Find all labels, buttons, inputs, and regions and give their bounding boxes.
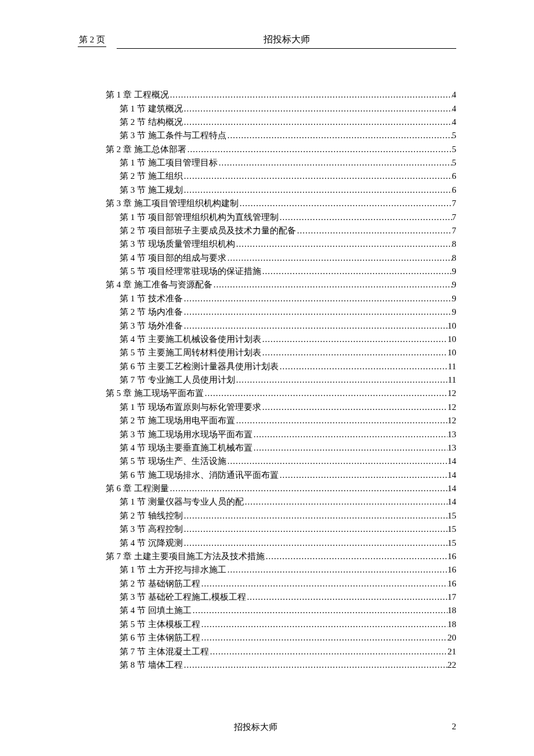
toc-dots [183, 661, 448, 669]
toc-dots [261, 267, 452, 276]
toc-entry-page: 9 [452, 294, 457, 303]
document-page: 第 2 页 招投标大师 第 1 章 工程概况4第 1 节 建筑概况4第 2 节 … [0, 0, 534, 756]
toc-entry-label: 第 4 节 沉降观测 [120, 539, 183, 548]
toc-dots [226, 566, 448, 574]
toc-entry-label: 第 8 节 墙体工程 [120, 661, 183, 669]
toc-entry: 第 5 章 施工现场平面布置12 [78, 387, 456, 400]
toc-entry: 第 3 节 场外准备10 [78, 319, 456, 332]
toc-entry: 第 1 节 测量仪器与专业人员的配14 [78, 495, 456, 509]
toc-dots [183, 539, 448, 548]
page-footer: 招投标大师 2 [78, 722, 456, 733]
toc-entry-label: 第 3 节 施工规划 [120, 186, 183, 195]
toc-dots [183, 308, 452, 316]
toc-entry-label: 第 1 节 施工项目管理目标 [120, 159, 218, 167]
toc-dots [252, 444, 448, 452]
toc-entry: 第 1 节 项目部管理组织机构为直线管理制7 [78, 210, 456, 224]
toc-entry-page: 12 [448, 403, 456, 412]
toc-entry: 第 3 节 施工现场用水现场平面布置13 [78, 427, 456, 441]
toc-dots [169, 91, 452, 99]
toc-entry-label: 第 2 节 轴线控制 [120, 512, 183, 520]
toc-entry-page: 4 [452, 118, 457, 127]
toc-dots [200, 633, 448, 642]
toc-dots [183, 105, 452, 113]
toc-entry-label: 第 3 节 高程控制 [120, 525, 183, 534]
toc-entry-label: 第 4 节 现场主要垂直施工机械布置 [120, 444, 252, 452]
toc-entry-page: 6 [452, 186, 457, 195]
toc-entry-page: 18 [448, 620, 456, 629]
toc-entry: 第 4 节 主要施工机械设备使用计划表10 [78, 333, 456, 346]
toc-entry: 第 2 节 轴线控制15 [78, 509, 456, 523]
toc-dots [226, 131, 452, 140]
toc-entry: 第 5 节 现场生产、生活设施14 [78, 455, 456, 468]
toc-entry: 第 1 章 工程概况4 [78, 88, 456, 102]
toc-dots [239, 199, 452, 208]
toc-entry: 第 4 节 回填土施工18 [78, 604, 456, 617]
toc-entry-page: 7 [452, 213, 457, 222]
toc-entry: 第 2 节 场内准备9 [78, 305, 456, 319]
toc-entry-page: 13 [448, 444, 456, 452]
toc-entry-label: 第 6 节 主体钢筋工程 [120, 633, 200, 642]
toc-dots [279, 362, 448, 371]
toc-entry-label: 第 2 章 施工总体部署 [106, 145, 186, 154]
toc-dots [186, 145, 452, 154]
toc-entry-page: 5 [452, 145, 457, 154]
toc-dots [261, 348, 448, 357]
toc-entry: 第 5 节 项目经理常驻现场的保证措施9 [78, 265, 456, 278]
page-header: 第 2 页 招投标大师 [78, 34, 456, 49]
toc-entry-page: 16 [448, 552, 456, 561]
toc-entry-page: 18 [448, 606, 456, 615]
toc-entry-page: 15 [448, 512, 456, 520]
toc-entry-label: 第 2 节 结构概况 [120, 118, 183, 127]
toc-dots [226, 254, 452, 262]
toc-entry-page: 9 [452, 280, 457, 289]
toc-dots [183, 525, 448, 534]
toc-entry: 第 4 章 施工准备与资源配备9 [78, 278, 456, 291]
toc-entry: 第 1 节 土方开挖与排水施工16 [78, 563, 456, 577]
toc-dots [192, 606, 448, 615]
toc-entry: 第 8 节 墙体工程22 [78, 658, 456, 672]
toc-entry: 第 1 节 技术准备9 [78, 292, 456, 305]
toc-entry-page: 22 [448, 661, 456, 669]
toc-entry-page: 4 [452, 91, 457, 99]
toc-entry-label: 第 4 节 回填土施工 [120, 606, 192, 615]
table-of-contents: 第 1 章 工程概况4第 1 节 建筑概况4第 2 节 结构概况4第 3 节 施… [78, 88, 456, 672]
toc-entry-page: 12 [448, 416, 456, 425]
toc-dots [183, 118, 452, 127]
toc-entry: 第 4 节 现场主要垂直施工机械布置13 [78, 441, 456, 455]
toc-entry-label: 第 4 节 项目部的组成与要求 [120, 254, 226, 262]
toc-entry: 第 2 节 结构概况4 [78, 116, 456, 129]
toc-entry-label: 第 1 节 技术准备 [120, 294, 183, 303]
toc-entry-label: 第 5 章 施工现场平面布置 [106, 389, 204, 398]
footer-title: 招投标大师 [78, 722, 433, 733]
toc-entry-page: 11 [448, 376, 456, 384]
toc-entry-page: 14 [448, 498, 456, 506]
toc-entry-label: 第 2 节 施工现场用电平面布置 [120, 416, 235, 425]
toc-entry-page: 16 [448, 579, 456, 588]
toc-entry: 第 3 节 施工规划6 [78, 183, 456, 197]
toc-entry-page: 14 [448, 484, 456, 493]
toc-dots [244, 498, 448, 506]
toc-entry-page: 9 [452, 267, 457, 276]
toc-entry-label: 第 7 章 土建主要项目施工方法及技术措施 [106, 552, 265, 561]
toc-dots [235, 416, 448, 425]
toc-entry-page: 16 [448, 566, 456, 574]
toc-entry-page: 8 [452, 240, 457, 249]
toc-entry: 第 4 节 项目部的组成与要求8 [78, 251, 456, 265]
toc-entry: 第 1 节 现场布置原则与标化管理要求12 [78, 401, 456, 414]
toc-entry-page: 15 [448, 539, 456, 548]
toc-entry-label: 第 3 章 施工项目管理组织机构建制 [106, 199, 239, 208]
toc-entry-label: 第 1 节 项目部管理组织机构为直线管理制 [120, 213, 279, 222]
toc-entry-label: 第 6 节 主要工艺检测计量器具使用计划表 [120, 362, 279, 371]
toc-entry-page: 7 [452, 226, 457, 235]
toc-entry: 第 3 节 现场质量管理组织机构8 [78, 237, 456, 251]
toc-dots [183, 322, 448, 330]
toc-entry-label: 第 1 节 测量仪器与专业人员的配 [120, 498, 244, 506]
page-title: 招投标大师 [117, 34, 456, 49]
toc-entry-label: 第 2 节 施工组织 [120, 172, 183, 181]
toc-entry-label: 第 5 节 主要施工周转材料使用计划表 [120, 348, 261, 357]
toc-dots [212, 280, 452, 289]
toc-entry: 第 7 节 主体混凝土工程21 [78, 645, 456, 658]
toc-entry: 第 7 章 土建主要项目施工方法及技术措施16 [78, 550, 456, 563]
toc-dots [183, 172, 452, 181]
toc-dots [183, 186, 452, 195]
